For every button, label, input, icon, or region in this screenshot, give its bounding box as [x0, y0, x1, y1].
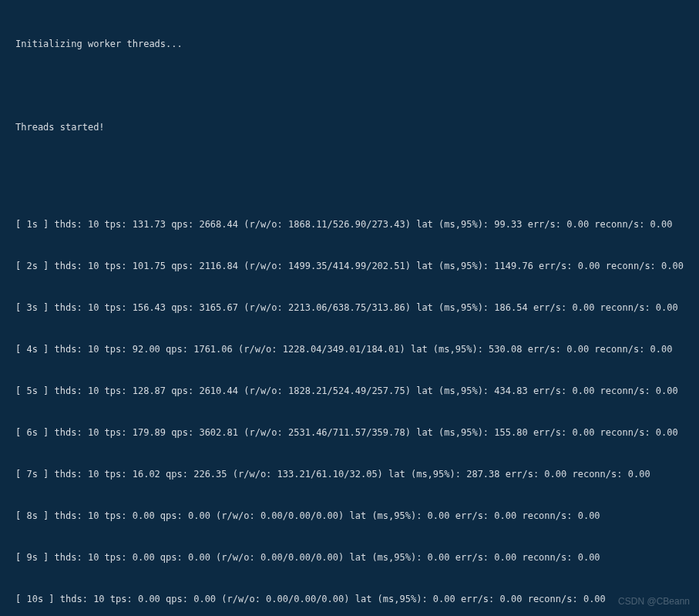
- init-line: Initializing worker threads...: [15, 37, 693, 51]
- progress-line: [ 7s ] thds: 10 tps: 16.02 qps: 226.35 (…: [15, 467, 693, 481]
- progress-line: [ 5s ] thds: 10 tps: 128.87 qps: 2610.44…: [15, 384, 693, 398]
- watermark-text: CSDN @CBeann: [618, 594, 690, 608]
- blank-line: [15, 162, 693, 176]
- progress-line: [ 10s ] thds: 10 tps: 0.00 qps: 0.00 (r/…: [15, 592, 693, 606]
- progress-line: [ 9s ] thds: 10 tps: 0.00 qps: 0.00 (r/w…: [15, 550, 693, 564]
- started-line: Threads started!: [15, 120, 693, 134]
- progress-line: [ 1s ] thds: 10 tps: 131.73 qps: 2668.44…: [15, 217, 693, 231]
- progress-line: [ 3s ] thds: 10 tps: 156.43 qps: 3165.67…: [15, 301, 693, 315]
- terminal-window[interactable]: Initializing worker threads... Threads s…: [0, 0, 699, 616]
- progress-line: [ 2s ] thds: 10 tps: 101.75 qps: 2116.84…: [15, 259, 693, 273]
- progress-line: [ 8s ] thds: 10 tps: 0.00 qps: 0.00 (r/w…: [15, 509, 693, 523]
- progress-line: [ 4s ] thds: 10 tps: 92.00 qps: 1761.06 …: [15, 342, 693, 356]
- progress-line: [ 6s ] thds: 10 tps: 179.89 qps: 3602.81…: [15, 426, 693, 439]
- blank-line: [15, 79, 693, 93]
